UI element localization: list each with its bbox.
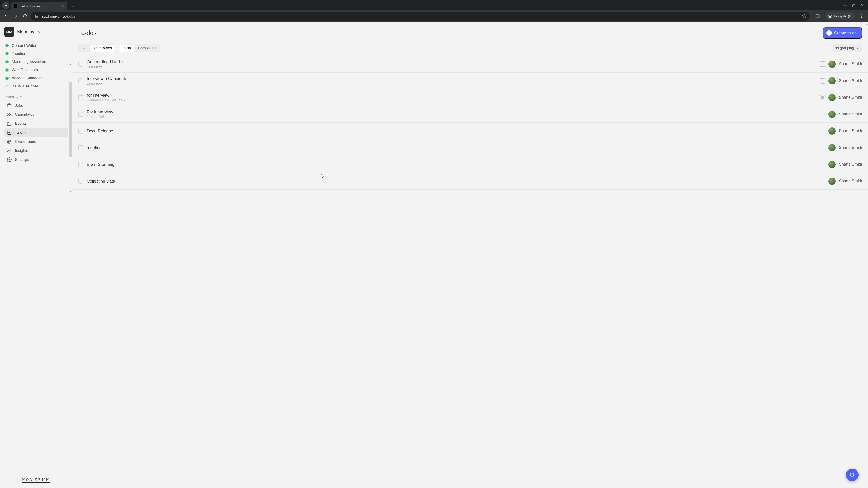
filter-pill-all[interactable]: All bbox=[79, 45, 90, 52]
assignee-avatar[interactable] bbox=[829, 127, 836, 135]
grouping-label: No grouping bbox=[834, 46, 854, 50]
svg-rect-22 bbox=[7, 131, 11, 135]
note-icon[interactable] bbox=[820, 95, 825, 100]
scroll-up-arrow-icon[interactable]: ▲ bbox=[69, 62, 72, 66]
cursor-icon bbox=[321, 174, 324, 179]
sidebar-scroll[interactable]: Content WriterTeacherMarketing Associate… bbox=[0, 41, 72, 474]
side-panel-button[interactable] bbox=[814, 12, 822, 20]
new-tab-button[interactable]: + bbox=[70, 3, 76, 9]
scroll-up-arrow-icon[interactable]: ▲ bbox=[864, 22, 868, 26]
minimize-icon[interactable]: — bbox=[843, 3, 847, 7]
svg-point-12 bbox=[862, 15, 862, 15]
position-label: Content Writer bbox=[12, 43, 36, 48]
site-settings-icon[interactable] bbox=[34, 14, 39, 19]
position-item[interactable]: Marketing Associate bbox=[4, 58, 68, 66]
position-item[interactable]: Teacher bbox=[4, 50, 68, 58]
sidebar-nav-insights[interactable]: Insights bbox=[4, 146, 68, 155]
scroll-down-arrow-icon[interactable]: ▼ bbox=[69, 189, 72, 193]
browser-toolbar: app.homerun.co/todos Incognito (2) bbox=[0, 10, 868, 22]
sidebar: MM Moodjoy Content WriterTeacherMarketin… bbox=[0, 22, 72, 488]
svg-line-28 bbox=[853, 476, 855, 477]
todo-checkbox[interactable] bbox=[78, 162, 83, 167]
arrow-left-icon bbox=[4, 14, 8, 19]
address-bar[interactable]: app.homerun.co/todos bbox=[31, 12, 810, 21]
back-button[interactable] bbox=[2, 12, 10, 20]
todo-checkbox[interactable] bbox=[78, 62, 83, 67]
forward-button[interactable] bbox=[12, 12, 20, 20]
todo-title: Brain Storming bbox=[87, 162, 825, 167]
browser-menu-button[interactable] bbox=[858, 12, 866, 20]
sidebar-nav-jobs[interactable]: Jobs bbox=[4, 101, 68, 110]
filter-pill-completed[interactable]: Completed bbox=[135, 45, 159, 52]
todo-title: Collecting Data bbox=[87, 179, 825, 184]
todo-item[interactable]: for interview Kimberly Dale Sat Jan 20 S… bbox=[72, 89, 868, 106]
nav-label: Jobs bbox=[15, 103, 23, 108]
filter-pill-to-do[interactable]: To-do bbox=[119, 45, 134, 52]
todo-item[interactable]: Collecting Data Shane Smith bbox=[72, 173, 868, 190]
assignee-avatar[interactable] bbox=[829, 94, 836, 101]
todo-subtitle: James Dell bbox=[87, 115, 825, 119]
nav-label: Events bbox=[15, 121, 27, 126]
todo-item[interactable]: Onboarding Huddle tomorrow Shane Smith bbox=[72, 56, 868, 72]
todo-checkbox[interactable] bbox=[78, 179, 83, 184]
assignee-avatar[interactable] bbox=[829, 61, 836, 68]
assignee-name: Shane Smith bbox=[839, 78, 862, 83]
maximize-icon[interactable]: ▢ bbox=[852, 3, 856, 7]
todo-checkbox[interactable] bbox=[78, 112, 83, 117]
assignee-avatar[interactable] bbox=[829, 111, 836, 118]
sidebar-nav-settings[interactable]: Settings bbox=[4, 155, 68, 164]
assignee-avatar[interactable] bbox=[829, 77, 836, 85]
filter-pill-your-to-dos[interactable]: Your to-dos bbox=[90, 45, 115, 52]
position-item[interactable]: Visual Designer bbox=[4, 82, 68, 90]
tab-close-icon[interactable]: ✕ bbox=[62, 4, 65, 8]
bookmark-star-icon[interactable] bbox=[802, 13, 807, 19]
todo-checkbox[interactable] bbox=[78, 129, 83, 133]
note-icon[interactable] bbox=[820, 78, 825, 84]
page-title: To-dos bbox=[78, 30, 96, 37]
note-icon[interactable] bbox=[820, 61, 825, 67]
todo-item[interactable]: Brain Storming Shane Smith bbox=[72, 156, 868, 173]
assignee-avatar[interactable] bbox=[829, 144, 836, 151]
reload-button[interactable] bbox=[21, 12, 29, 20]
assignee-avatar[interactable] bbox=[829, 177, 836, 185]
todo-item[interactable]: Interview a Candidate tomorrow Shane Smi… bbox=[72, 72, 868, 89]
app: MM Moodjoy Content WriterTeacherMarketin… bbox=[0, 22, 868, 488]
position-label: Web Developer bbox=[12, 68, 38, 72]
close-window-icon[interactable]: ✕ bbox=[861, 3, 864, 7]
todo-subtitle: tomorrow bbox=[87, 82, 816, 86]
todo-item[interactable]: meeting Shane Smith bbox=[72, 139, 868, 156]
sidebar-nav-to-dos[interactable]: To-dos bbox=[4, 128, 68, 137]
main-header: To-dos + Create to-do bbox=[72, 22, 868, 44]
status-dot-icon bbox=[5, 52, 8, 55]
sidebar-nav-candidates[interactable]: Candidates bbox=[4, 110, 68, 119]
create-todo-button[interactable]: + Create to-do bbox=[823, 27, 862, 39]
briefcase-icon bbox=[7, 103, 12, 108]
svg-point-16 bbox=[8, 113, 9, 114]
svg-point-17 bbox=[9, 113, 11, 114]
position-item[interactable]: Account Manager bbox=[4, 74, 68, 82]
assignee-avatar[interactable] bbox=[829, 161, 836, 168]
positions-list: Content WriterTeacherMarketing Associate… bbox=[4, 41, 68, 90]
browser-tab[interactable]: H To-dos · Homerun ✕ bbox=[11, 2, 67, 10]
scroll-down-arrow-icon[interactable]: ▼ bbox=[864, 484, 868, 488]
sidebar-nav-career-page[interactable]: Career page bbox=[4, 137, 68, 146]
sidebar-section-label[interactable]: Moodjoy bbox=[4, 94, 68, 101]
todo-checkbox[interactable] bbox=[78, 78, 83, 84]
browser-chrome: H To-dos · Homerun ✕ + — ▢ ✕ app.homerun… bbox=[0, 0, 868, 22]
sidebar-scrollbar[interactable]: ▲ ▼ bbox=[69, 62, 72, 157]
incognito-indicator[interactable]: Incognito (2) bbox=[825, 12, 855, 20]
position-item[interactable]: Web Developer bbox=[4, 66, 68, 74]
tab-search-button[interactable] bbox=[2, 2, 9, 9]
todo-checkbox[interactable] bbox=[78, 145, 83, 150]
todo-checkbox[interactable] bbox=[78, 95, 83, 100]
main-scrollbar[interactable]: ▲ ▼ bbox=[864, 22, 868, 488]
grouping-dropdown[interactable]: No grouping bbox=[831, 44, 862, 52]
position-item[interactable]: Content Writer bbox=[4, 41, 68, 50]
help-fab[interactable] bbox=[846, 468, 859, 481]
workspace-switcher[interactable]: MM Moodjoy bbox=[0, 22, 72, 41]
todo-item[interactable]: For innterview James Dell Shane Smith bbox=[72, 106, 868, 123]
todo-list[interactable]: Onboarding Huddle tomorrow Shane Smith I… bbox=[72, 56, 868, 488]
sidebar-nav-events[interactable]: Events bbox=[4, 119, 68, 128]
sidebar-scroll-thumb[interactable] bbox=[69, 82, 72, 157]
todo-item[interactable]: Docu Release Shane Smith bbox=[72, 123, 868, 139]
